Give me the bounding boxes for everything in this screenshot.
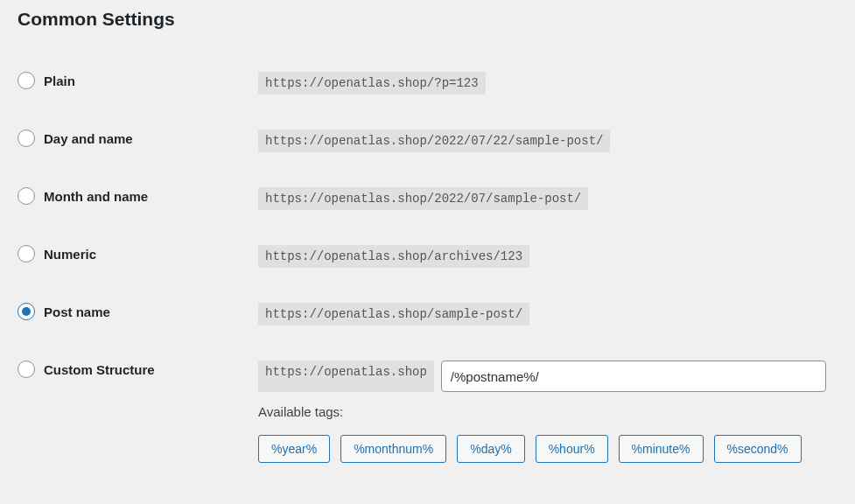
radio-numeric[interactable] xyxy=(18,245,35,262)
option-example-post-name-wrap: https://openatlas.shop/sample-post/ xyxy=(258,303,837,326)
radio-month-name[interactable] xyxy=(18,187,35,205)
option-label-month-name[interactable]: Month and name xyxy=(18,187,258,205)
option-example-day-name-wrap: https://openatlas.shop/2022/07/22/sample… xyxy=(258,130,837,152)
available-tags-label: Available tags: xyxy=(258,404,837,419)
option-text-custom: Custom Structure xyxy=(44,362,155,377)
tag-button-monthnum[interactable]: %monthnum% xyxy=(340,435,446,463)
option-row-day-name: Day and name https://openatlas.shop/2022… xyxy=(18,112,837,170)
option-label-numeric[interactable]: Numeric xyxy=(18,245,258,262)
option-example-post-name: https://openatlas.shop/sample-post/ xyxy=(258,303,529,326)
radio-custom[interactable] xyxy=(18,360,35,378)
radio-day-name[interactable] xyxy=(18,130,35,147)
available-tags-row: %year% %monthnum% %day% %hour% %minute% … xyxy=(258,435,837,463)
option-row-post-name: Post name https://openatlas.shop/sample-… xyxy=(18,285,837,343)
tag-button-second[interactable]: %second% xyxy=(714,435,802,463)
radio-plain[interactable] xyxy=(18,72,35,89)
option-custom-content: https://openatlas.shop Available tags: %… xyxy=(258,360,837,463)
option-example-numeric: https://openatlas.shop/archives/123 xyxy=(258,245,529,268)
option-text-month-name: Month and name xyxy=(44,189,148,204)
custom-structure-input[interactable] xyxy=(441,360,826,392)
option-row-month-name: Month and name https://openatlas.shop/20… xyxy=(18,170,837,228)
option-label-post-name[interactable]: Post name xyxy=(18,303,258,320)
permalink-settings-table: Plain https://openatlas.shop/?p=123 Day … xyxy=(18,54,837,480)
option-row-numeric: Numeric https://openatlas.shop/archives/… xyxy=(18,228,837,285)
custom-inline-row: https://openatlas.shop xyxy=(258,360,837,392)
option-example-plain: https://openatlas.shop/?p=123 xyxy=(258,72,486,94)
section-heading: Common Settings xyxy=(18,9,837,30)
option-label-day-name[interactable]: Day and name xyxy=(18,130,258,147)
option-example-numeric-wrap: https://openatlas.shop/archives/123 xyxy=(258,245,837,268)
option-text-post-name: Post name xyxy=(44,304,110,319)
option-label-custom[interactable]: Custom Structure xyxy=(18,360,258,378)
tag-button-day[interactable]: %day% xyxy=(457,435,524,463)
option-label-plain[interactable]: Plain xyxy=(18,72,258,89)
option-row-plain: Plain https://openatlas.shop/?p=123 xyxy=(18,54,837,112)
option-example-day-name: https://openatlas.shop/2022/07/22/sample… xyxy=(258,130,610,152)
option-example-month-name-wrap: https://openatlas.shop/2022/07/sample-po… xyxy=(258,187,837,210)
tag-button-year[interactable]: %year% xyxy=(258,435,330,463)
option-example-plain-wrap: https://openatlas.shop/?p=123 xyxy=(258,72,837,94)
option-example-month-name: https://openatlas.shop/2022/07/sample-po… xyxy=(258,187,588,210)
option-text-day-name: Day and name xyxy=(44,131,133,146)
option-row-custom: Custom Structure https://openatlas.shop … xyxy=(18,343,837,480)
radio-post-name[interactable] xyxy=(18,303,35,320)
option-text-numeric: Numeric xyxy=(44,247,96,262)
option-text-plain: Plain xyxy=(44,74,75,88)
tag-button-hour[interactable]: %hour% xyxy=(536,435,608,463)
tag-button-minute[interactable]: %minute% xyxy=(619,435,704,463)
custom-prefix: https://openatlas.shop xyxy=(258,360,434,392)
